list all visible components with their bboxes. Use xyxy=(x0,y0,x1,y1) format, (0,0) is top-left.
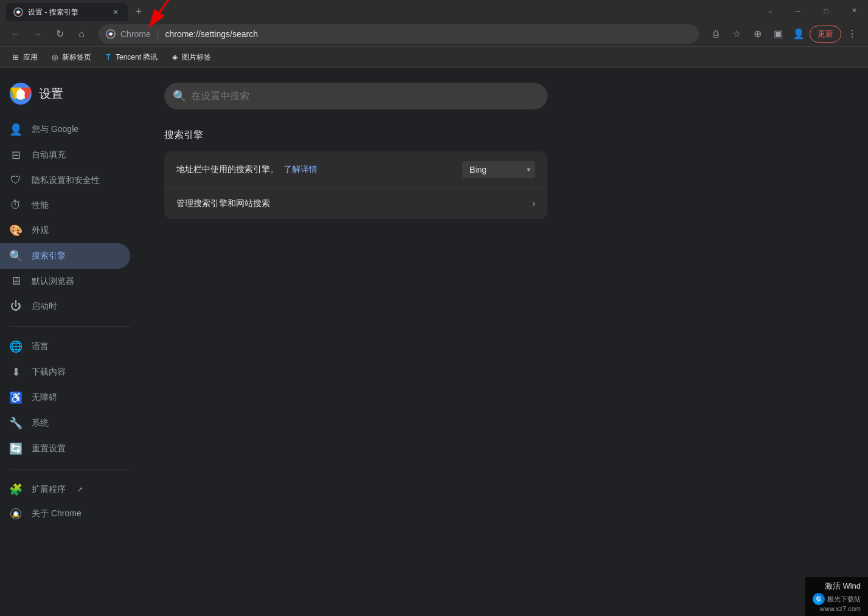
search-engine-select-wrapper: Bing Google 百度 Yahoo ▾ xyxy=(462,161,535,178)
manage-search-engines-label: 管理搜索引擎和网站搜索 xyxy=(176,198,270,209)
settings-header: 设置 xyxy=(0,78,140,114)
new-tab-button[interactable]: + xyxy=(130,3,147,20)
bookmark-newtab[interactable]: ◎ 新标签页 xyxy=(45,50,96,65)
window-maximize-button[interactable]: □ xyxy=(812,0,840,21)
active-tab[interactable]: 设置 - 搜索引擎 ✕ xyxy=(6,3,128,21)
sidebar-section-main: 👤 您与 Google ⊟ 自动填充 🛡 隐私设置和安全性 ⏱ 性能 🎨 外观 … xyxy=(0,114,140,321)
default-search-engine-row: 地址栏中使用的搜索引擎。 了解详情 Bing Google 百度 Yahoo ▾ xyxy=(164,151,547,189)
sidebar-item-autofill[interactable]: ⊟ 自动填充 xyxy=(0,142,130,168)
about-chrome-icon xyxy=(10,508,22,519)
tab-title: 设置 - 搜索引擎 xyxy=(28,7,106,18)
sidebar-item-privacy[interactable]: 🛡 隐私设置和安全性 xyxy=(0,168,130,193)
address-favicon xyxy=(106,29,116,39)
manage-search-engines-row[interactable]: 管理搜索引擎和网站搜索 › xyxy=(164,189,547,219)
back-button[interactable]: ← xyxy=(6,24,26,44)
sidebar-item-accessibility[interactable]: ♿ 无障碍 xyxy=(0,385,130,410)
search-icon: 🔍 xyxy=(10,249,22,263)
sidebar-item-appearance[interactable]: 🎨 外观 xyxy=(0,218,130,243)
wrench-icon: 🔧 xyxy=(10,417,22,430)
sidebar-item-startup[interactable]: ⏻ 启动时 xyxy=(0,294,130,319)
sidebar-item-extensions[interactable]: 🧩 扩展程序 ↗ xyxy=(0,477,130,502)
profile-icon: 👤 xyxy=(793,28,805,40)
tab-close-button[interactable]: ✕ xyxy=(111,7,120,17)
split-icon: ▣ xyxy=(774,28,783,40)
section-title: 搜索引擎 xyxy=(164,129,844,142)
share-button[interactable]: ⎙ xyxy=(706,24,726,44)
sidebar-item-downloads[interactable]: ⬇ 下载内容 xyxy=(0,359,130,385)
profile-button[interactable]: 👤 xyxy=(789,24,808,44)
power-icon: ⏻ xyxy=(10,300,22,313)
menu-button[interactable]: ⋮ xyxy=(842,24,862,44)
browser-icon: 🖥 xyxy=(10,275,22,288)
share-icon: ⎙ xyxy=(713,29,719,40)
home-button[interactable]: ⌂ xyxy=(72,24,91,44)
watermark: 激活 Wind 极 极光下载站 www.xz7.com xyxy=(805,577,868,616)
window-minimize-button[interactable]: ─ xyxy=(784,0,812,21)
watermark-brand: 极光下载站 xyxy=(827,595,861,604)
search-bar-container: 🔍 xyxy=(164,83,547,109)
address-bar[interactable]: Chrome | chrome://settings/search xyxy=(99,24,699,44)
search-engine-select[interactable]: Bing Google 百度 Yahoo xyxy=(462,161,535,178)
sidebar-item-search[interactable]: 🔍 搜索引擎 xyxy=(0,243,130,269)
bookmark-apps-label: 应用 xyxy=(23,52,38,63)
forward-button[interactable]: → xyxy=(28,24,47,44)
watermark-logo-icon: 极 xyxy=(813,593,825,605)
split-view-button[interactable]: ▣ xyxy=(768,24,788,44)
svg-point-11 xyxy=(14,512,18,516)
puzzle-icon: ⊕ xyxy=(754,28,762,40)
download-icon: ⬇ xyxy=(10,365,22,379)
newtab-icon: ◎ xyxy=(50,52,60,62)
sidebar-item-google-label: 您与 Google xyxy=(32,124,78,135)
sidebar-item-autofill-label: 自动填充 xyxy=(32,150,66,161)
manage-search-engines-arrow-icon: › xyxy=(532,198,535,209)
window-close-button[interactable]: ✕ xyxy=(840,0,868,21)
sidebar-divider-2 xyxy=(10,469,130,469)
extensions-button[interactable]: ⊕ xyxy=(748,24,767,44)
bookmark-image-tags-label: 图片标签 xyxy=(182,52,211,63)
sidebar-item-google[interactable]: 👤 您与 Google xyxy=(0,117,130,142)
sidebar-item-reset-label: 重置设置 xyxy=(32,443,66,454)
sidebar-item-language[interactable]: 🌐 语言 xyxy=(0,334,130,359)
search-engine-description: 地址栏中使用的搜索引擎。 了解详情 xyxy=(176,164,318,175)
tab-favicon xyxy=(13,7,23,17)
update-button[interactable]: 更新 xyxy=(810,26,841,43)
image-tags-icon: ◈ xyxy=(170,52,179,62)
window-controls: ⌵ ─ □ ✕ xyxy=(756,0,868,21)
bookmark-tencent[interactable]: T Tencent 腾讯 xyxy=(99,50,162,65)
bookmark-apps[interactable]: ⊞ 应用 xyxy=(6,50,43,65)
autofill-icon: ⊟ xyxy=(10,148,22,162)
sidebar-item-downloads-label: 下载内容 xyxy=(32,367,66,378)
shield-icon: 🛡 xyxy=(10,174,22,187)
svg-point-8 xyxy=(16,89,25,98)
svg-point-1 xyxy=(17,11,20,14)
svg-point-5 xyxy=(109,32,113,35)
sidebar-item-performance[interactable]: ⏱ 性能 xyxy=(0,193,130,218)
bookmark-image-tags[interactable]: ◈ 图片标签 xyxy=(165,50,216,65)
toolbar: ← → ↻ ⌂ Chrome | chrome://settings/searc… xyxy=(0,21,868,47)
search-engine-dropdown-wrapper: Bing Google 百度 Yahoo ▾ xyxy=(462,161,535,178)
watermark-logo: 极 极光下载站 xyxy=(813,593,861,605)
person-icon: 👤 xyxy=(10,123,22,136)
search-engine-description-text: 地址栏中使用的搜索引擎。 xyxy=(176,164,279,174)
sidebar-item-about-chrome[interactable]: 关于 Chrome xyxy=(0,502,130,525)
window-minimize-chevron[interactable]: ⌵ xyxy=(756,0,784,21)
sidebar-item-reset[interactable]: 🔄 重置设置 xyxy=(0,436,130,462)
sidebar-section-extra: 🧩 扩展程序 ↗ 关于 Chrome xyxy=(0,474,140,528)
learn-more-link[interactable]: 了解详情 xyxy=(283,164,318,174)
sidebar-item-privacy-label: 隐私设置和安全性 xyxy=(32,175,100,186)
search-bar-icon: 🔍 xyxy=(173,89,186,103)
sidebar-item-system[interactable]: 🔧 系统 xyxy=(0,410,130,436)
sidebar-item-extensions-label: 扩展程序 xyxy=(32,484,66,495)
sidebar-item-default-browser[interactable]: 🖥 默认浏览器 xyxy=(0,269,130,294)
refresh-button[interactable]: ↻ xyxy=(50,24,69,44)
performance-icon: ⏱ xyxy=(10,199,22,212)
sidebar-section-advanced: 🌐 语言 ⬇ 下载内容 ♿ 无障碍 🔧 系统 🔄 重置设置 xyxy=(0,331,140,464)
sidebar-item-startup-label: 启动时 xyxy=(32,301,57,312)
sidebar-item-language-label: 语言 xyxy=(32,341,49,352)
bookmark-button[interactable]: ☆ xyxy=(727,24,746,44)
sidebar: 设置 👤 您与 Google ⊟ 自动填充 🛡 隐私设置和安全性 ⏱ 性能 🎨 xyxy=(0,68,140,616)
sidebar-item-about-chrome-label: 关于 Chrome xyxy=(32,508,82,519)
apps-icon: ⊞ xyxy=(11,52,21,62)
settings-search-input[interactable] xyxy=(164,83,547,109)
tencent-icon: T xyxy=(103,52,113,62)
